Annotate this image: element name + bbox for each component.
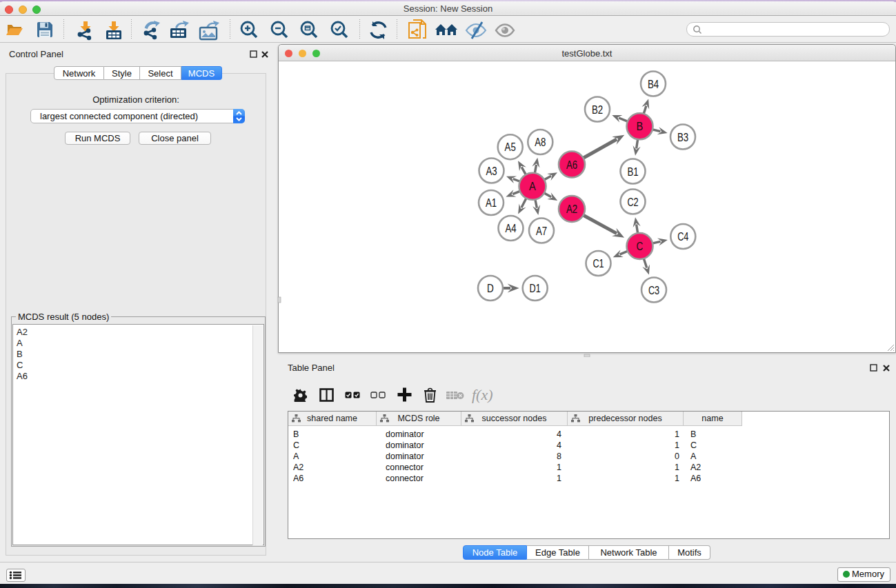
svg-text:C3: C3 — [648, 284, 659, 296]
svg-text:A8: A8 — [535, 136, 546, 148]
svg-text:B: B — [637, 120, 644, 132]
svg-text:A4: A4 — [505, 222, 516, 234]
svg-text:C: C — [637, 240, 644, 252]
svg-text:C1: C1 — [593, 257, 604, 270]
svg-text:C2: C2 — [627, 196, 638, 208]
svg-text:A5: A5 — [505, 141, 516, 153]
svg-text:A2: A2 — [566, 203, 577, 215]
svg-text:A3: A3 — [486, 165, 497, 177]
svg-text:B2: B2 — [592, 103, 603, 116]
svg-text:C4: C4 — [677, 230, 688, 243]
svg-text:A7: A7 — [536, 225, 547, 237]
svg-text:B4: B4 — [648, 78, 659, 90]
svg-text:B3: B3 — [677, 131, 688, 143]
svg-text:D1: D1 — [530, 282, 541, 294]
svg-text:A: A — [529, 180, 536, 192]
svg-text:D: D — [487, 282, 494, 294]
svg-text:B1: B1 — [627, 165, 638, 178]
svg-text:A6: A6 — [566, 159, 577, 171]
svg-text:A1: A1 — [486, 196, 497, 209]
